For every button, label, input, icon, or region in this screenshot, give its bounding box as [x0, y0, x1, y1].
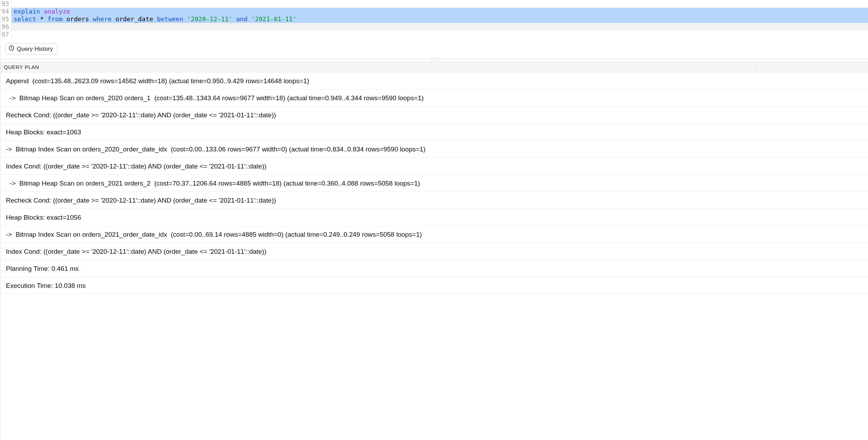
result-row[interactable]: Planning Time: 0.461 ms [0, 260, 868, 277]
pane-divider[interactable] [0, 59, 868, 62]
code-line[interactable] [11, 23, 868, 31]
code-line[interactable] [11, 31, 868, 38]
results-body: Append (cost=135.48..2623.09 rows=14562 … [0, 72, 868, 294]
line-number: 94 [0, 8, 9, 15]
column-header-query-plan[interactable]: QUERY PLAN [0, 62, 757, 72]
code-line[interactable] [11, 0, 868, 8]
query-history-button[interactable]: Query History [5, 43, 57, 55]
result-row[interactable]: -> Bitmap Index Scan on orders_2021_orde… [0, 226, 868, 243]
result-row[interactable]: -> Bitmap Heap Scan on orders_2021 order… [0, 175, 868, 192]
code-line[interactable]: explain analyze [11, 8, 868, 15]
sql-identifier: orders [66, 15, 89, 23]
sql-identifier: order_date [116, 15, 153, 23]
sql-keyword: from [48, 15, 63, 23]
result-row[interactable]: Recheck Cond: ((order_date >= '2020-12-1… [0, 192, 868, 209]
line-number: 96 [0, 23, 9, 31]
result-row[interactable]: Index Cond: ((order_date >= '2020-12-11'… [0, 158, 868, 175]
code-area[interactable]: explain analyze select * from orders whe… [11, 0, 868, 38]
result-row[interactable]: Execution Time: 10.038 ms [0, 277, 868, 294]
sql-keyword: analyze [44, 8, 70, 15]
sql-keyword: and [236, 15, 247, 23]
editor-toolbar: Query History [0, 38, 868, 59]
sql-string: '2020-12-11' [187, 15, 232, 23]
result-row[interactable]: -> Bitmap Index Scan on orders_2020_orde… [0, 141, 868, 158]
result-row[interactable]: Recheck Cond: ((order_date >= '2020-12-1… [0, 107, 868, 124]
line-number: 97 [0, 31, 9, 38]
code-line[interactable]: select * from orders where order_date be… [11, 15, 868, 23]
results-header-row: QUERY PLAN [0, 62, 868, 72]
line-number: 95 [0, 15, 9, 23]
sql-keyword: between [157, 15, 183, 23]
clock-icon [8, 45, 15, 53]
sql-keyword: explain [14, 8, 40, 15]
sql-keyword: where [93, 15, 112, 23]
line-number: 93 [0, 0, 9, 8]
column-header-spacer [757, 62, 868, 72]
result-row[interactable]: Append (cost=135.48..2623.09 rows=14562 … [0, 72, 868, 89]
result-row[interactable]: Heap Blocks: exact=1063 [0, 124, 868, 141]
sql-string: '2021-01-11' [251, 15, 297, 23]
drag-handle-icon[interactable] [431, 58, 438, 60]
sql-editor[interactable]: 93 94 95 96 97 explain analyze select * … [0, 0, 868, 38]
sql-keyword: select [14, 15, 36, 23]
query-history-label: Query History [17, 46, 53, 53]
line-gutter: 93 94 95 96 97 [0, 0, 11, 38]
sql-operator: * [40, 15, 44, 23]
result-row[interactable]: Heap Blocks: exact=1056 [0, 209, 868, 226]
result-row[interactable]: Index Cond: ((order_date >= '2020-12-11'… [0, 243, 868, 260]
result-row[interactable]: -> Bitmap Heap Scan on orders_2020 order… [0, 89, 868, 107]
